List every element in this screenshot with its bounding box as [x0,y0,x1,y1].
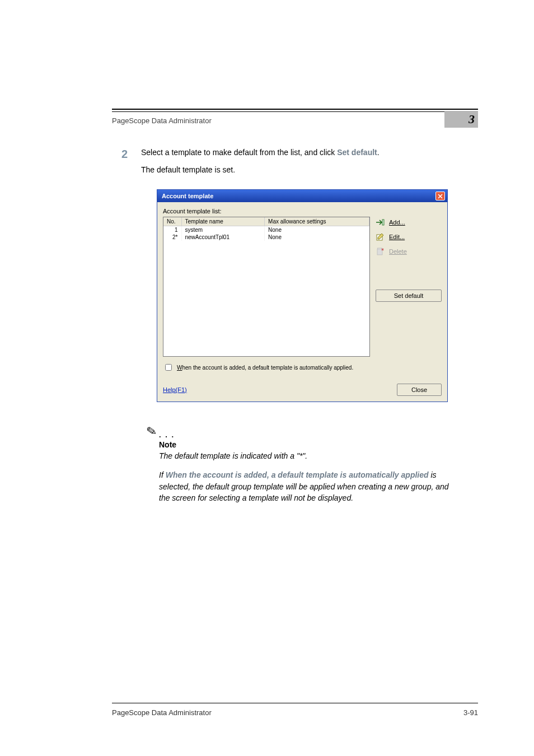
chapter-number: 3 [469,112,475,127]
add-label: Add... [389,219,405,226]
ui-ref-set-default: Set default [337,148,377,157]
note-block: ✎. . . Note The default template is indi… [147,424,449,503]
close-icon[interactable] [435,192,445,200]
running-header-title: PageScope Data Administrator [112,116,212,125]
page-number: 3-91 [463,708,478,717]
note-ellipsis: . . . [159,431,175,439]
account-template-dialog: Account template Account template list: … [157,189,448,402]
col-no[interactable]: No. [163,217,181,226]
col-template-name[interactable]: Template name [181,217,265,226]
header-rule-thick [112,109,478,110]
edit-button[interactable]: Edit... [376,232,442,241]
auto-apply-checkbox[interactable]: When the account is added, a default tem… [163,362,442,372]
page: PageScope Data Administrator 3 2 Select … [0,0,534,756]
table-row[interactable]: 2* newAccountTpl01 None [163,234,369,241]
header-rule-thin [112,111,478,112]
table-row[interactable]: 1 system None [163,226,369,234]
dialog-title: Account template [162,193,213,199]
delete-label: Delete [389,248,407,255]
step-body: Select a template to make default from t… [141,147,478,181]
dialog-titlebar: Account template [157,190,447,202]
close-button[interactable]: Close [397,384,442,396]
help-link[interactable]: Help(F1) [163,386,187,393]
delete-icon [376,247,385,256]
dialog-body: Account template list: No. Template name… [157,202,447,402]
delete-button: Delete [376,247,442,256]
dialog-screenshot: Account template Account template list: … [157,189,448,402]
set-default-button[interactable]: Set default [376,290,442,302]
side-buttons: Add... Edit... Delete [376,217,442,357]
add-icon [376,218,385,227]
step-result: The default template is set. [141,164,478,176]
footer-rule [112,703,478,703]
add-button[interactable]: Add... [376,218,442,227]
list-label: Account template list: [163,208,442,214]
note-emphasis: When the account is added, a default tem… [166,470,429,479]
note-text-2: If When the account is added, a default … [159,469,449,503]
step-instruction: Select a template to make default from t… [141,147,478,158]
auto-apply-checkbox-input[interactable] [165,364,172,371]
chapter-badge: 3 [444,111,478,128]
template-list[interactable]: No. Template name Max allowance settings… [163,217,370,357]
footer-title: PageScope Data Administrator [112,708,212,717]
dialog-footer: Help(F1) Close [163,384,442,396]
step-number: 2 [112,147,128,181]
col-max-allowance[interactable]: Max allowance settings [265,217,369,226]
note-heading: Note [159,440,449,449]
edit-icon [376,232,385,241]
svg-rect-2 [377,249,382,255]
step: 2 Select a template to make default from… [112,147,478,181]
note-pencil-icon: ✎ [146,424,158,440]
svg-rect-0 [382,220,384,225]
note-text-1: The default template is indicated with a… [159,450,449,461]
edit-label: Edit... [389,234,405,240]
